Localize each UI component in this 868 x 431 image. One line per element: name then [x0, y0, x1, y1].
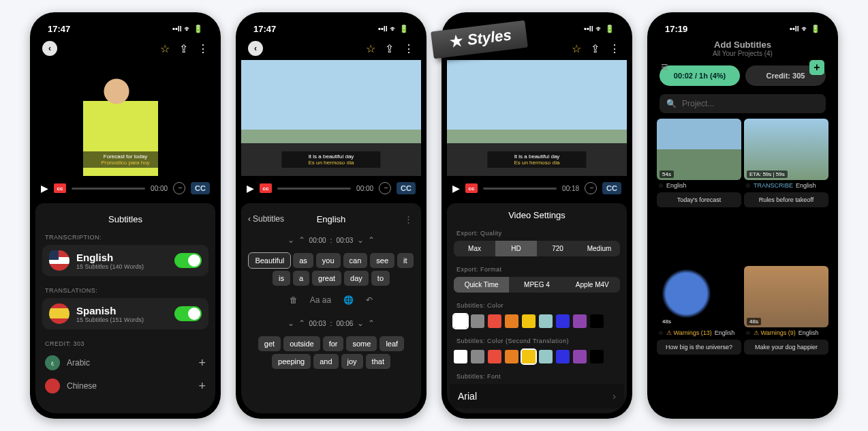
color-swatch[interactable] — [488, 350, 501, 363]
color-swatch[interactable] — [573, 350, 587, 363]
word-token[interactable]: it — [397, 253, 414, 268]
word-token[interactable]: Beautiful — [249, 253, 290, 268]
cc-button[interactable]: CC — [397, 182, 416, 194]
search-input[interactable]: 🔍 Project... — [660, 94, 826, 113]
color-swatch[interactable] — [505, 350, 518, 363]
word-token[interactable]: some — [346, 336, 377, 351]
clock-icon[interactable] — [173, 182, 185, 194]
progress-pill[interactable]: 00:02 / 1h (4%) — [660, 65, 740, 86]
word-token[interactable]: to — [371, 271, 390, 286]
t1-start[interactable]: 00:00 — [309, 237, 326, 244]
more-icon[interactable]: ⋮ — [198, 42, 208, 55]
video-preview[interactable]: Forecast for today Pronostico para hoy — [35, 60, 215, 176]
color-swatch[interactable] — [573, 314, 587, 328]
back-button[interactable]: ‹ — [42, 41, 57, 56]
quality-segment[interactable]: MaxHD720Medium — [454, 241, 620, 256]
t2-start[interactable]: 00:03 — [309, 320, 326, 327]
word-token[interactable]: outside — [283, 336, 320, 351]
chevron-up-icon[interactable]: ⌃ — [298, 235, 305, 245]
project-tile[interactable]: 54s☆ EnglishToday's forecast — [657, 119, 741, 263]
back-subtitles[interactable]: ‹ Subtitles — [248, 214, 284, 224]
case-tool[interactable]: Aa aa — [310, 295, 331, 305]
trash-icon[interactable]: 🗑 — [290, 295, 298, 305]
globe-icon[interactable]: 🌐 — [343, 295, 354, 305]
chevron-down-icon[interactable]: ⌄ — [288, 235, 294, 245]
word-token[interactable]: a — [293, 271, 309, 286]
color-swatch[interactable] — [590, 314, 604, 328]
scrubber[interactable] — [277, 188, 351, 190]
language-english[interactable]: English 15 Subtitles (140 Words) — [42, 245, 208, 276]
chevron-down-icon[interactable]: ⌄ — [357, 235, 364, 245]
star-icon[interactable]: ☆ — [366, 42, 375, 55]
word-token[interactable]: day — [344, 271, 369, 286]
segment-option[interactable]: Apple M4V — [565, 277, 620, 293]
cc-badge[interactable]: cc — [54, 183, 66, 193]
color-swatch[interactable] — [556, 314, 570, 328]
chevron-down-icon[interactable]: ⌄ — [288, 318, 294, 328]
more-icon[interactable]: ⋮ — [609, 42, 620, 55]
word-token[interactable]: and — [313, 354, 338, 369]
play-button[interactable]: ▶ — [452, 183, 460, 194]
star-icon[interactable]: ☆ — [572, 42, 581, 55]
share-icon[interactable]: ⇪ — [179, 42, 188, 55]
cc-button[interactable]: CC — [191, 182, 210, 194]
video-preview[interactable]: It is a beautiful day Es un hermoso día — [241, 60, 421, 176]
segment-option[interactable]: Quick Time — [454, 277, 509, 293]
chevron-up-icon[interactable]: ⌃ — [368, 235, 375, 245]
cc-badge[interactable]: cc — [465, 183, 478, 193]
more-icon[interactable]: ⋮ — [404, 214, 413, 224]
chevron-down-icon[interactable]: ⌄ — [357, 318, 364, 328]
play-button[interactable]: ▶ — [41, 183, 48, 194]
word-token[interactable]: you — [316, 253, 341, 268]
star-icon[interactable]: ☆ — [745, 329, 751, 336]
chevron-up-icon[interactable]: ⌃ — [298, 318, 305, 328]
add-button[interactable]: + — [809, 60, 824, 75]
undo-icon[interactable]: ↶ — [366, 295, 373, 305]
color-swatch[interactable] — [556, 350, 570, 363]
scrubber[interactable] — [72, 188, 145, 190]
word-token[interactable]: for — [323, 336, 344, 351]
word-token[interactable]: get — [258, 336, 281, 351]
project-tile[interactable]: 48s☆ ⚠ Warnings (9) EnglishMake your dog… — [744, 266, 828, 411]
clock-icon[interactable] — [379, 182, 391, 194]
word-token[interactable]: peeping — [272, 354, 311, 369]
word-token[interactable]: joy — [341, 354, 363, 369]
back-button[interactable]: ‹ — [248, 41, 263, 56]
word-token[interactable]: that — [366, 354, 390, 369]
language-spanish[interactable]: Spanish 15 Subtitles (151 Words) — [42, 298, 208, 329]
word-token[interactable]: is — [273, 271, 290, 286]
color-swatch[interactable] — [522, 314, 536, 328]
toggle-english[interactable] — [174, 253, 202, 268]
language-arabic[interactable]: ع Arabic + — [35, 351, 215, 374]
word-token[interactable]: leaf — [379, 336, 404, 351]
format-segment[interactable]: Quick TimeMPEG 4Apple M4V — [454, 277, 620, 293]
star-icon[interactable]: ☆ — [160, 42, 170, 55]
t1-end[interactable]: 00:03 — [336, 237, 353, 244]
color-swatch[interactable] — [471, 314, 484, 328]
color-swatch[interactable] — [590, 350, 604, 363]
add-arabic-icon[interactable]: + — [198, 356, 206, 370]
segment-option[interactable]: 720 — [537, 241, 578, 256]
word-token[interactable]: can — [343, 253, 368, 268]
segment-option[interactable]: Max — [454, 241, 495, 256]
toggle-spanish[interactable] — [174, 306, 202, 321]
segment-option[interactable]: Medium — [578, 241, 620, 256]
star-icon[interactable]: ☆ — [658, 182, 664, 189]
font-row[interactable]: Arial› — [450, 384, 624, 408]
color-swatch[interactable] — [471, 350, 484, 363]
share-icon[interactable]: ⇪ — [385, 42, 394, 55]
color-swatch[interactable] — [454, 350, 467, 363]
add-chinese-icon[interactable]: + — [198, 379, 206, 393]
word-token[interactable]: great — [312, 271, 341, 286]
video-preview[interactable]: It is a beautiful day Es un hermoso día — [447, 60, 627, 176]
color-swatch[interactable] — [539, 350, 553, 363]
segment-option[interactable]: HD — [495, 241, 537, 256]
color-swatch[interactable] — [539, 314, 553, 328]
scrubber[interactable] — [483, 188, 557, 190]
color-swatch[interactable] — [488, 314, 501, 328]
menu-icon[interactable]: ≡ — [661, 60, 668, 74]
color-swatch[interactable] — [505, 314, 518, 328]
language-chinese[interactable]: Chinese + — [35, 374, 215, 398]
segment-option[interactable]: MPEG 4 — [509, 277, 564, 293]
cc-button[interactable]: CC — [602, 182, 621, 194]
